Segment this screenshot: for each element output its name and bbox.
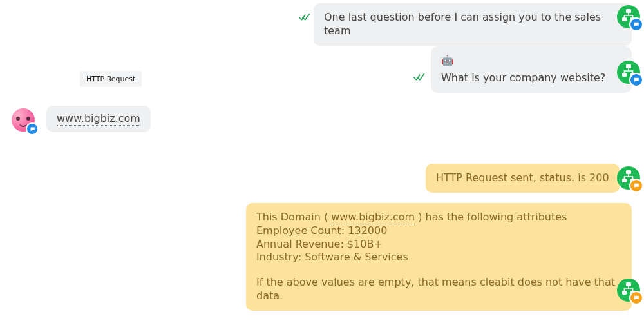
http-request-chip: HTTP Request: [80, 71, 142, 87]
user-message: www.bigbiz.com: [46, 106, 151, 132]
bot-avatar: [617, 279, 640, 302]
detail-industry: Industry: Software & Services: [256, 251, 621, 264]
message-text: What is your company website?: [441, 72, 605, 84]
message-text: One last question before I can assign yo…: [324, 11, 601, 37]
detail-revenue: Annual Revenue: $10B+: [256, 238, 621, 251]
avatar-status-icon: [630, 180, 642, 191]
bot-message-status: HTTP Request sent, status. is 200: [426, 164, 620, 193]
detail-domain: www.bigbiz.com: [331, 211, 415, 224]
detail-intro: This Domain ( www.bigbiz.com ) has the f…: [256, 211, 621, 224]
bot-message-question: 🤖 What is your company website?: [431, 46, 632, 93]
detail-employee: Employee Count: 132000: [256, 224, 621, 238]
bot-message-assign: One last question before I can assign yo…: [314, 3, 632, 46]
message-text: HTTP Request sent, status. is 200: [436, 171, 609, 184]
delivered-check-icon: [299, 13, 310, 22]
chip-label: HTTP Request: [86, 75, 135, 83]
bot-avatar: [617, 166, 640, 190]
user-message-text: www.bigbiz.com: [57, 112, 140, 126]
avatar-status-icon: [630, 74, 642, 86]
detail-footer: If the above values are empty, that mean…: [256, 276, 621, 303]
bot-message-detail: This Domain ( www.bigbiz.com ) has the f…: [246, 203, 632, 311]
user-avatar: [12, 108, 35, 132]
delivered-check-icon: [413, 73, 425, 82]
bot-avatar: [617, 5, 640, 28]
robot-icon: 🤖: [441, 54, 621, 68]
bot-avatar: [617, 61, 640, 84]
avatar-status-icon: [27, 124, 37, 134]
avatar-status-icon: [630, 19, 642, 30]
avatar-status-icon: [630, 292, 642, 304]
